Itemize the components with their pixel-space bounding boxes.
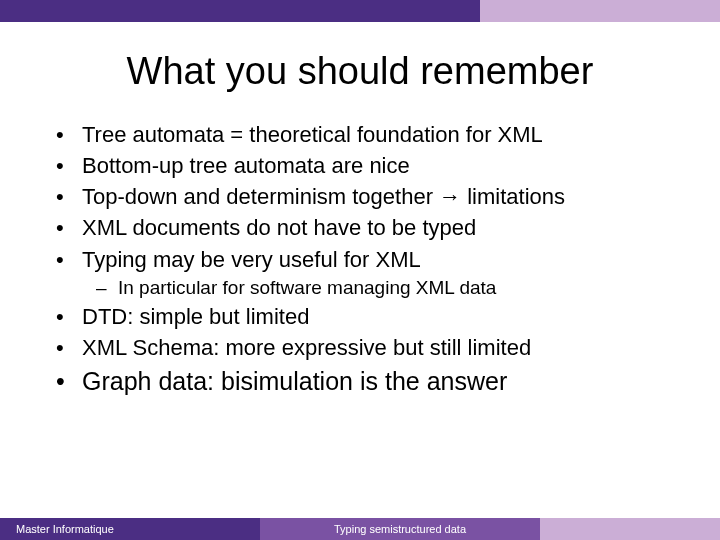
bullet-item: Top-down and determinism together → limi…	[36, 183, 684, 211]
sub-bullet-item: In particular for software managing XML …	[82, 276, 684, 300]
top-bar-dark	[0, 0, 480, 22]
bullet-item: Typing may be very useful for XML In par…	[36, 246, 684, 300]
bullet-item: XML documents do not have to be typed	[36, 214, 684, 242]
bullet-item: DTD: simple but limited	[36, 303, 684, 331]
bullet-text: Typing may be very useful for XML	[82, 247, 421, 272]
top-accent-bar	[0, 0, 720, 22]
top-bar-light	[480, 0, 720, 22]
bullet-list: Tree automata = theoretical foundation f…	[36, 121, 684, 397]
bullet-item: XML Schema: more expressive but still li…	[36, 334, 684, 362]
bullet-item: Bottom-up tree automata are nice	[36, 152, 684, 180]
bullet-item: Tree automata = theoretical foundation f…	[36, 121, 684, 149]
sub-bullet-list: In particular for software managing XML …	[82, 276, 684, 300]
footer-right	[540, 518, 720, 540]
slide-content: Tree automata = theoretical foundation f…	[0, 121, 720, 540]
footer-left: Master Informatique	[0, 518, 260, 540]
footer-bar: Master Informatique Typing semistructure…	[0, 518, 720, 540]
slide: What you should remember Tree automata =…	[0, 0, 720, 540]
bullet-item: Graph data: bisimulation is the answer	[36, 365, 684, 397]
footer-mid: Typing semistructured data	[260, 518, 540, 540]
slide-title: What you should remember	[0, 50, 720, 93]
